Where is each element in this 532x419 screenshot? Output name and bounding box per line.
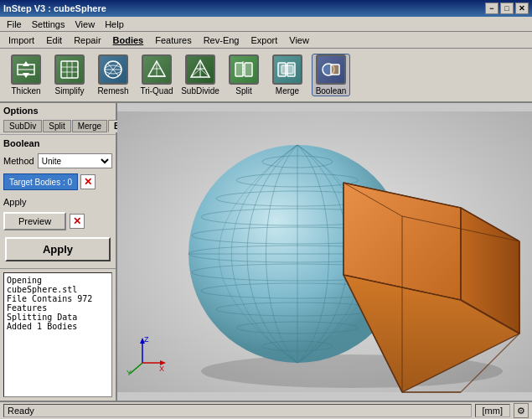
target-clear-button[interactable]: ✕ — [80, 174, 96, 189]
tabs-row: SubDiv Split Merge Bool ◀ ▶ — [0, 118, 116, 135]
main-content: Options SubDiv Split Merge Bool ◀ ▶ Bool… — [0, 103, 532, 401]
apply-section-label: Apply — [0, 194, 116, 209]
preview-clear-button[interactable]: ✕ — [70, 214, 85, 229]
units-display: [mm] — [475, 404, 510, 417]
subdivide-icon — [185, 54, 215, 85]
toolbar: Import Edit Repair Bodies Features Rev-E… — [0, 32, 532, 49]
triquad-label: Tri-Quad — [140, 86, 173, 96]
preview-row: Preview ✕ — [0, 209, 116, 234]
toolbar-view[interactable]: View — [284, 34, 314, 46]
split-label: Split — [235, 86, 251, 96]
tool-simplify[interactable]: Simplify — [50, 54, 89, 96]
svg-marker-2 — [23, 61, 29, 66]
merge-label: Merge — [276, 86, 299, 96]
menu-settings[interactable]: Settings — [27, 18, 70, 30]
simplify-label: Simplify — [54, 86, 84, 96]
merge-icon — [272, 54, 302, 85]
tool-boolean[interactable]: Boolean — [312, 54, 350, 96]
method-row: Method Unite Subtract Intersect — [0, 152, 116, 170]
minimize-button[interactable]: − — [485, 3, 498, 14]
preview-button[interactable]: Preview — [3, 212, 66, 230]
svg-rect-28 — [281, 65, 293, 74]
app-title: InStep V3 : cubeSphere — [3, 3, 106, 13]
options-header: Options — [0, 103, 116, 118]
toolbar-export[interactable]: Export — [245, 34, 282, 46]
boolean-label: Boolean — [316, 86, 347, 96]
bool-section-label: Boolean — [0, 135, 116, 152]
toolbar-features[interactable]: Features — [150, 34, 196, 46]
tool-subdivide[interactable]: SubDivide — [181, 54, 220, 96]
method-select[interactable]: Unite Subtract Intersect — [38, 153, 112, 168]
remesh-icon — [98, 54, 128, 85]
tab-split[interactable]: Split — [43, 120, 70, 132]
svg-marker-3 — [23, 73, 29, 78]
svg-text:Y: Y — [127, 369, 132, 375]
toolbar-repair[interactable]: Repair — [69, 34, 106, 46]
tool-thicken[interactable]: Thicken — [7, 54, 45, 96]
icon-toolbar: Thicken Simplify Remesh — [0, 49, 532, 103]
log-line-2: File Contains 972 Features — [7, 294, 109, 313]
tool-remesh[interactable]: Remesh — [94, 54, 132, 96]
method-label: Method — [3, 156, 34, 166]
target-row: Target Bodies : 0 ✕ — [0, 170, 116, 194]
status-bar: Ready [mm] ⚙ — [0, 401, 532, 419]
viewport[interactable]: Z X Y — [117, 103, 532, 401]
svg-rect-4 — [61, 61, 78, 78]
svg-text:Z: Z — [144, 335, 149, 344]
menu-help[interactable]: Help — [100, 18, 129, 30]
left-panel: Options SubDiv Split Merge Bool ◀ ▶ Bool… — [0, 103, 117, 401]
svg-line-70 — [130, 363, 142, 374]
log-line-4: Added 1 Bodies — [7, 322, 109, 331]
menu-view[interactable]: View — [70, 18, 100, 30]
tool-split[interactable]: Split — [225, 54, 263, 96]
svg-rect-30 — [331, 65, 339, 75]
maximize-button[interactable]: □ — [500, 3, 514, 14]
toolbar-bodies[interactable]: Bodies — [108, 34, 149, 46]
svg-rect-24 — [245, 63, 252, 76]
axis-indicator: Z X Y — [126, 334, 168, 375]
thicken-icon — [11, 54, 41, 85]
target-bodies-button[interactable]: Target Bodies : 0 — [3, 173, 78, 190]
subdivide-label: SubDivide — [181, 86, 220, 96]
scene-svg — [117, 103, 532, 401]
title-bar-controls: − □ ✕ — [485, 3, 529, 14]
status-text: Ready — [3, 404, 472, 417]
tool-triquad[interactable]: Tri-Quad — [137, 54, 176, 96]
close-button[interactable]: ✕ — [515, 3, 529, 14]
log-line-1: Opening cubeSphere.stl — [7, 276, 109, 294]
log-area: Opening cubeSphere.stl File Contains 972… — [3, 272, 112, 397]
simplify-icon — [54, 54, 85, 85]
tab-merge[interactable]: Merge — [72, 120, 107, 132]
svg-text:X: X — [159, 365, 164, 373]
log-line-3: Splitting Data — [7, 313, 109, 322]
thicken-label: Thicken — [11, 86, 40, 96]
boolean-icon — [316, 54, 346, 85]
apply-button[interactable]: Apply — [5, 237, 111, 261]
tool-merge[interactable]: Merge — [268, 54, 307, 96]
tab-subdiv[interactable]: SubDiv — [3, 120, 42, 132]
split-icon — [229, 54, 259, 85]
toolbar-import[interactable]: Import — [3, 34, 39, 46]
triquad-icon — [142, 54, 172, 85]
toolbar-edit[interactable]: Edit — [41, 34, 67, 46]
title-bar: InStep V3 : cubeSphere − □ ✕ — [0, 0, 532, 17]
menu-bar: File Settings View Help — [0, 17, 532, 32]
menu-file[interactable]: File — [2, 18, 27, 30]
toolbar-reveng[interactable]: Rev-Eng — [199, 34, 245, 46]
svg-rect-23 — [235, 63, 243, 76]
left-top-section: Options SubDiv Split Merge Bool ◀ ▶ Bool… — [0, 103, 116, 269]
status-icon[interactable]: ⚙ — [514, 403, 529, 418]
remesh-label: Remesh — [97, 86, 128, 96]
left-bottom-section: Opening cubeSphere.stl File Contains 972… — [0, 269, 116, 401]
